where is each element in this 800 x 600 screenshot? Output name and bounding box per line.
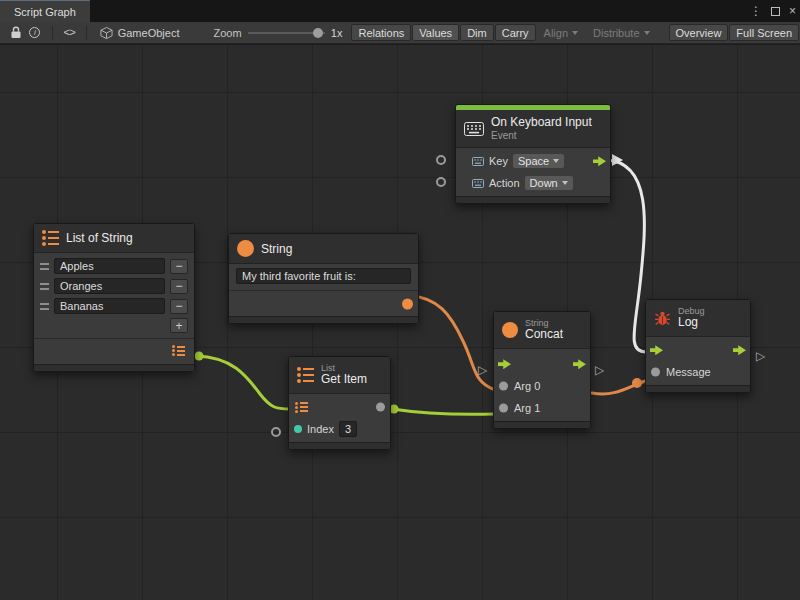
item-output-port[interactable] — [376, 403, 385, 412]
node-footer — [646, 385, 750, 392]
node-list-of-string[interactable]: List of String Apples − Oranges − Banana… — [33, 223, 195, 372]
list-input-port[interactable] — [295, 402, 308, 413]
drag-handle-icon[interactable] — [40, 303, 49, 310]
wire-list-to-getitem[interactable] — [196, 356, 290, 409]
node-header[interactable]: List of String — [34, 224, 194, 253]
control-input-port[interactable] — [498, 359, 511, 369]
zoom-value: 1x — [331, 27, 343, 39]
dim-button[interactable]: Dim — [460, 24, 494, 41]
control-flow-marker[interactable]: ▷ — [478, 364, 487, 376]
control-output-port[interactable] — [593, 156, 606, 166]
mini-keyboard-icon — [472, 157, 484, 166]
code-icon[interactable]: <> — [60, 24, 79, 41]
arg0-row: Arg 0 — [494, 375, 590, 397]
script-graph-window: Script Graph ⋮ × i <> GameObject Zoom 1x… — [0, 0, 800, 600]
node-header[interactable]: On Keyboard Input Event — [456, 110, 610, 148]
action-value-port[interactable] — [436, 177, 446, 187]
key-row: Key Space — [456, 150, 610, 172]
list-item-input[interactable]: Apples — [54, 258, 165, 274]
node-title: Log — [678, 316, 705, 330]
arg1-input-port[interactable] — [499, 404, 508, 413]
node-title: List of String — [66, 231, 133, 245]
control-output-port[interactable] — [573, 359, 586, 369]
index-input-port[interactable] — [294, 425, 302, 433]
remove-item-button[interactable]: − — [170, 299, 188, 314]
control-flow-marker[interactable]: ▷ — [595, 364, 604, 376]
zoom-slider[interactable] — [248, 27, 325, 39]
tab-script-graph[interactable]: Script Graph — [0, 0, 90, 22]
node-header[interactable]: Debug Log — [646, 300, 750, 337]
list-item-row: Apples − — [34, 256, 194, 276]
control-row — [646, 339, 750, 361]
bug-icon — [654, 310, 671, 327]
node-footer — [229, 316, 418, 323]
key-dropdown[interactable]: Space — [513, 154, 564, 168]
drag-handle-icon[interactable] — [40, 263, 49, 270]
lock-icon[interactable] — [6, 24, 25, 41]
action-dropdown[interactable]: Down — [525, 176, 573, 190]
control-flow-marker[interactable]: ▷ — [756, 350, 765, 362]
node-header[interactable]: List Get Item — [289, 357, 390, 394]
node-string-literal[interactable]: String My third favorite fruit is: — [228, 233, 419, 324]
drag-handle-icon[interactable] — [40, 283, 49, 290]
message-input-port[interactable] — [651, 368, 660, 377]
action-port-label: Action — [489, 177, 520, 189]
node-header[interactable]: String Concat — [494, 312, 590, 349]
string-output-port[interactable] — [402, 298, 413, 309]
list-input-row — [289, 396, 390, 418]
key-dropdown-value: Space — [518, 155, 549, 167]
list-output-port[interactable] — [172, 345, 185, 356]
message-row: Message — [646, 361, 750, 383]
fullscreen-button[interactable]: Full Screen — [729, 24, 799, 41]
control-input-port[interactable] — [650, 345, 663, 355]
zoom-knob[interactable] — [313, 28, 323, 38]
graph-canvas[interactable]: On Keyboard Input Event Key Space Action — [0, 44, 800, 600]
close-icon[interactable]: × — [789, 4, 796, 18]
wire-keyboard-to-log[interactable] — [606, 160, 646, 352]
overview-button[interactable]: Overview — [669, 24, 729, 41]
wire-endpoint-port[interactable] — [632, 378, 642, 388]
node-header[interactable]: String — [229, 234, 418, 264]
distribute-dropdown: Distribute — [586, 24, 656, 41]
string-value-input[interactable]: My third favorite fruit is: — [236, 268, 411, 284]
arg1-label: Arg 1 — [514, 402, 540, 414]
index-label: Index — [307, 423, 334, 435]
info-icon[interactable]: i — [25, 24, 44, 41]
align-dropdown: Align — [537, 24, 585, 41]
keyboard-icon — [464, 122, 484, 136]
toolbar-separator — [52, 26, 53, 40]
menu-icon[interactable]: ⋮ — [750, 4, 762, 18]
wire-endpoint-port[interactable] — [195, 352, 204, 361]
gameobject-selector[interactable]: GameObject — [100, 26, 180, 40]
remove-item-button[interactable]: − — [170, 259, 188, 274]
control-output-port[interactable] — [733, 345, 746, 355]
list-item-row: Oranges − — [34, 276, 194, 296]
index-value-port[interactable] — [271, 427, 281, 437]
add-item-button[interactable]: + — [170, 318, 188, 333]
relations-button[interactable]: Relations — [351, 24, 411, 41]
wire-getitem-to-concat[interactable] — [392, 409, 495, 414]
tab-bar: Script Graph ⋮ × — [0, 0, 800, 22]
arg0-input-port[interactable] — [499, 382, 508, 391]
node-concat[interactable]: String Concat Arg 0 Arg 1 — [493, 311, 591, 429]
carry-button[interactable]: Carry — [495, 24, 536, 41]
key-value-port[interactable] — [436, 155, 446, 165]
arg0-label: Arg 0 — [514, 380, 540, 392]
node-debug-log[interactable]: Debug Log Message — [645, 299, 751, 393]
node-title: Get Item — [321, 373, 367, 387]
remove-item-button[interactable]: − — [170, 279, 188, 294]
index-input[interactable]: 3 — [339, 421, 357, 437]
window-controls: ⋮ × — [750, 0, 796, 22]
node-get-item[interactable]: List Get Item Index 3 — [288, 356, 391, 450]
node-footer — [289, 442, 390, 449]
list-item-input[interactable]: Bananas — [54, 298, 165, 314]
list-item-input[interactable]: Oranges — [54, 278, 165, 294]
values-button[interactable]: Values — [412, 24, 459, 41]
node-on-keyboard-input[interactable]: On Keyboard Input Event Key Space Action — [455, 104, 611, 204]
mini-keyboard-icon — [472, 179, 484, 188]
string-type-icon — [237, 240, 254, 257]
node-footer — [494, 421, 590, 428]
cube-icon — [100, 26, 113, 40]
action-dropdown-value: Down — [530, 177, 558, 189]
maximize-icon[interactable] — [771, 7, 780, 16]
